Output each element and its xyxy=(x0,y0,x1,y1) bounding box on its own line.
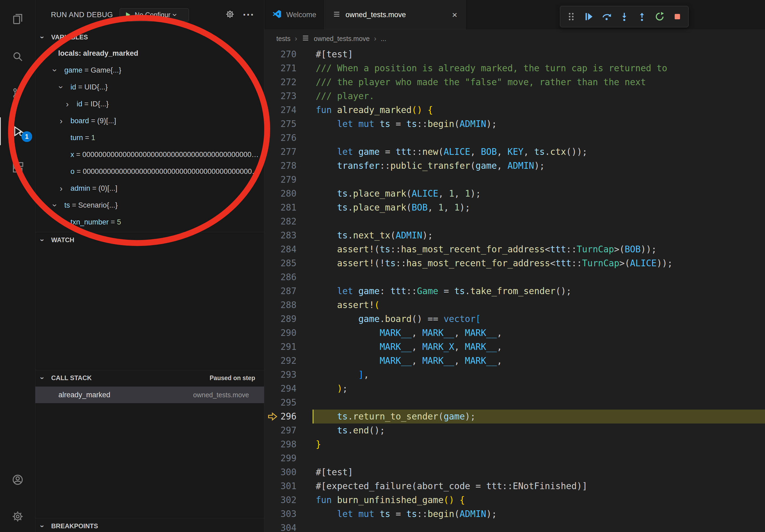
chevron-down-icon[interactable] xyxy=(60,83,71,91)
variable-row[interactable]: game = Game{...} xyxy=(35,62,264,79)
line-number[interactable]: 270 xyxy=(264,47,297,61)
code-line[interactable]: 294 ); xyxy=(264,382,765,396)
step-over-button[interactable] xyxy=(598,9,615,25)
line-number[interactable]: 283 xyxy=(264,228,297,242)
line-number[interactable]: 293 xyxy=(264,368,297,382)
line-number[interactable]: 282 xyxy=(264,215,297,228)
breadcrumb-file[interactable]: owned_tests.move xyxy=(314,35,370,43)
line-number[interactable]: 275 xyxy=(264,117,297,131)
restart-button[interactable] xyxy=(651,9,668,25)
continue-button[interactable] xyxy=(581,9,597,25)
chevron-down-icon[interactable] xyxy=(54,66,64,75)
section-header-variables[interactable]: VARIABLES xyxy=(35,30,264,45)
more-actions-icon[interactable] xyxy=(243,9,254,21)
code-line[interactable]: 278 transfer::public_transfer(game, ADMI… xyxy=(264,159,765,173)
step-into-button[interactable] xyxy=(616,9,633,25)
breadcrumb-folder[interactable]: tests xyxy=(276,35,291,43)
code-line[interactable]: 277 let game = ttt::new(ALICE, BOB, KEY,… xyxy=(264,145,765,159)
variable-row[interactable]: turn = 1 xyxy=(35,130,264,146)
stop-button[interactable] xyxy=(669,9,686,25)
line-number[interactable]: 303 xyxy=(264,507,297,521)
current-code-line[interactable]: 296 ts.return_to_sender(game); xyxy=(264,409,765,423)
code-line[interactable]: 276 xyxy=(264,131,765,145)
configure-gear-icon[interactable] xyxy=(225,9,235,20)
variable-row[interactable]: o = 000000000000000000000000000000000000… xyxy=(35,163,264,180)
code-line[interactable]: 289 game.board() == vector[ xyxy=(264,312,765,326)
variable-row[interactable]: id = ID{...} xyxy=(35,96,264,113)
code-line[interactable]: 280 ts.place_mark(ALICE, 1, 1); xyxy=(264,187,765,201)
launch-config-dropdown[interactable]: No Configur xyxy=(120,8,189,21)
line-number[interactable]: 276 xyxy=(264,131,297,145)
line-number[interactable]: 298 xyxy=(264,437,297,451)
scope-row[interactable]: locals: already_marked xyxy=(35,45,264,62)
code-line[interactable]: 274fun already_marked() { xyxy=(264,103,765,117)
code-line[interactable]: 270#[test] xyxy=(264,47,765,61)
code-line[interactable]: 299 xyxy=(264,451,765,465)
variable-row[interactable]: ts = Scenario{...} xyxy=(35,197,264,214)
section-header-breakpoints[interactable]: BREAKPOINTS xyxy=(35,518,264,532)
line-number[interactable]: 280 xyxy=(264,187,297,201)
line-number[interactable]: 304 xyxy=(264,521,297,532)
line-number[interactable]: 297 xyxy=(264,423,297,437)
line-number[interactable]: 290 xyxy=(264,326,297,340)
line-number[interactable]: 287 xyxy=(264,284,297,298)
code-line[interactable]: 298} xyxy=(264,437,765,451)
line-number[interactable]: 294 xyxy=(264,382,297,396)
variable-row[interactable]: board = (9)[...] xyxy=(35,113,264,130)
tab-welcome[interactable]: Welcome xyxy=(264,0,325,30)
step-out-button[interactable] xyxy=(634,9,650,25)
code-line[interactable]: 295 xyxy=(264,396,765,409)
line-number[interactable]: 272 xyxy=(264,75,297,89)
explorer-icon[interactable] xyxy=(0,5,35,33)
code-line[interactable]: 275 let mut ts = ts::begin(ADMIN); xyxy=(264,117,765,131)
variable-row[interactable]: x = 000000000000000000000000000000000000… xyxy=(35,146,264,163)
line-number[interactable]: 295 xyxy=(264,396,297,409)
breadcrumb-symbol[interactable]: ... xyxy=(381,35,386,43)
code-line[interactable]: 300#[test] xyxy=(264,465,765,479)
variable-row[interactable]: id = UID{...} xyxy=(35,79,264,96)
code-line[interactable]: 303 let mut ts = ts::begin(ADMIN); xyxy=(264,507,765,521)
code-line[interactable]: 285 assert!(!ts::has_most_recent_for_add… xyxy=(264,256,765,270)
code-line[interactable]: 304 xyxy=(264,521,765,532)
drag-handle-icon[interactable] xyxy=(563,9,579,25)
extensions-icon[interactable] xyxy=(0,154,35,182)
line-number[interactable]: 299 xyxy=(264,451,297,465)
code-line[interactable]: 284 assert!(ts::has_most_recent_for_addr… xyxy=(264,242,765,256)
code-line[interactable]: 273/// player. xyxy=(264,89,765,103)
account-icon[interactable] xyxy=(0,466,35,494)
line-number[interactable]: 285 xyxy=(264,256,297,270)
code-line[interactable]: 283 ts.next_tx(ADMIN); xyxy=(264,228,765,242)
chevron-right-icon[interactable] xyxy=(66,100,77,108)
code-line[interactable]: 282 xyxy=(264,215,765,228)
call-stack-frame-row[interactable]: already_marked owned_tests.move xyxy=(35,387,264,403)
code-line[interactable]: 279 xyxy=(264,173,765,187)
line-number[interactable]: 292 xyxy=(264,354,297,368)
line-number[interactable]: 300 xyxy=(264,465,297,479)
line-number[interactable]: 278 xyxy=(264,159,297,173)
section-header-call-stack[interactable]: CALL STACK Paused on step xyxy=(35,370,264,386)
code-line[interactable]: 281 ts.place_mark(BOB, 1, 1); xyxy=(264,201,765,215)
settings-gear-icon[interactable] xyxy=(0,502,35,530)
code-line[interactable]: 272/// the player who made the "false" m… xyxy=(264,75,765,89)
source-control-icon[interactable] xyxy=(0,79,35,107)
code-line[interactable]: 271/// When a position is already marked… xyxy=(264,61,765,75)
line-number[interactable]: 274 xyxy=(264,103,297,117)
chevron-down-icon[interactable] xyxy=(47,49,58,58)
line-number[interactable]: 288 xyxy=(264,298,297,312)
code-line[interactable]: 293 ], xyxy=(264,368,765,382)
section-header-watch[interactable]: WATCH xyxy=(35,232,264,248)
line-number[interactable]: 286 xyxy=(264,270,297,284)
code-line[interactable]: 288 assert!( xyxy=(264,298,765,312)
run-and-debug-icon[interactable]: 1 xyxy=(0,117,36,145)
line-number[interactable]: 289 xyxy=(264,312,297,326)
line-number[interactable]: 271 xyxy=(264,61,297,75)
line-number[interactable]: 302 xyxy=(264,493,297,507)
code-line[interactable]: 297 ts.end(); xyxy=(264,423,765,437)
search-icon[interactable] xyxy=(0,43,35,71)
code-line[interactable]: 287 let game: ttt::Game = ts.take_from_s… xyxy=(264,284,765,298)
code-line[interactable]: 291 MARK__, MARK_X, MARK__, xyxy=(264,340,765,354)
line-number[interactable]: 279 xyxy=(264,173,297,187)
tab-owned-tests-move[interactable]: owned_tests.move xyxy=(325,0,465,30)
line-number[interactable]: 301 xyxy=(264,479,297,493)
line-number[interactable]: 277 xyxy=(264,145,297,159)
